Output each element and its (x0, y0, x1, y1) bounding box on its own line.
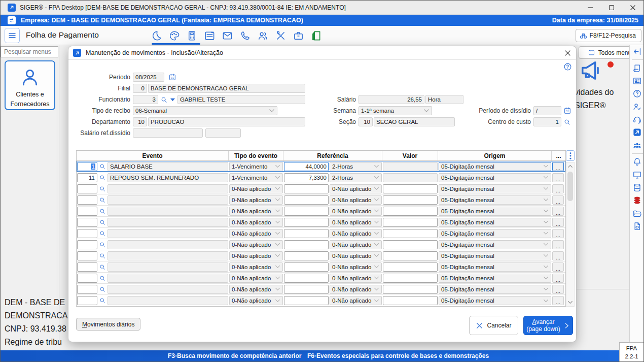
event-type-select[interactable]: 0-Não aplicado (229, 285, 283, 294)
person-check-icon[interactable] (632, 102, 642, 112)
value-field[interactable] (383, 274, 438, 283)
event-code-input[interactable] (77, 240, 97, 249)
search-icon[interactable] (98, 218, 106, 227)
reference-input[interactable]: 7,3300 (284, 173, 329, 182)
origin-select[interactable]: 05-Digitação mensal (439, 218, 551, 227)
reference-input[interactable]: 44,0000 (284, 162, 329, 171)
search-icon[interactable] (98, 262, 106, 272)
event-code-input[interactable]: 1 (77, 162, 97, 171)
coins-red-icon[interactable] (632, 195, 642, 205)
minimize-icon[interactable] (580, 1, 601, 14)
file-code-icon[interactable] (632, 221, 642, 231)
reference-unit-select[interactable]: 0-Não aplicado (330, 274, 382, 283)
search-icon[interactable] (98, 274, 106, 283)
tools-icon[interactable] (275, 30, 287, 42)
advance-button[interactable]: Avançar(page down) (523, 316, 573, 335)
search-input[interactable] (1, 46, 58, 57)
briefcase-icon[interactable] (293, 30, 304, 42)
event-type-select[interactable]: 0-Não aplicado (229, 207, 283, 216)
value-field[interactable] (383, 173, 438, 182)
event-type-select[interactable]: 0-Não aplicado (229, 296, 283, 305)
close-icon[interactable] (559, 47, 576, 59)
event-type-select[interactable]: 0-Não aplicado (229, 251, 283, 260)
external-link-icon[interactable] (632, 127, 642, 137)
scroll-down-icon[interactable] (566, 299, 574, 306)
more-button[interactable]: ... (552, 207, 564, 216)
newspaper-icon[interactable] (632, 76, 642, 86)
f8-search-button[interactable]: F8/F12-Pesquisa (576, 29, 641, 42)
help-icon[interactable] (632, 89, 642, 98)
value-field[interactable] (383, 240, 438, 249)
reference-unit-select[interactable]: 0-Não aplicado (330, 218, 382, 227)
more-button[interactable]: ... (552, 162, 564, 171)
origin-select[interactable]: 05-Digitação mensal (439, 195, 551, 205)
reference-unit-select[interactable]: 0-Não aplicado (330, 251, 382, 260)
value-field[interactable] (383, 251, 438, 260)
value-field[interactable] (383, 262, 438, 272)
reference-unit-select[interactable]: 0-Não aplicado (330, 285, 382, 294)
calculator-icon[interactable] (186, 30, 198, 42)
more-button[interactable]: ... (552, 229, 564, 238)
reference-unit-select[interactable]: 2-Horas (330, 162, 382, 171)
reference-input[interactable] (284, 195, 329, 205)
origin-select[interactable]: 05-Digitação mensal (439, 229, 551, 238)
search-icon[interactable] (563, 117, 571, 126)
people-group-icon[interactable] (632, 141, 642, 150)
more-button[interactable]: ... (552, 274, 564, 283)
origin-select[interactable]: 05-Digitação mensal (439, 285, 551, 294)
value-field[interactable] (383, 218, 438, 227)
reference-unit-select[interactable]: 0-Não aplicado (330, 184, 382, 193)
origin-select[interactable]: 05-Digitação mensal (439, 162, 551, 171)
more-button[interactable]: ... (552, 173, 564, 182)
search-icon[interactable] (98, 173, 106, 182)
sidebar-item-clientes-fornecedores[interactable]: Clientes e Fornecedores (5, 60, 55, 110)
reference-unit-select[interactable]: 0-Não aplicado (330, 207, 382, 216)
value-field[interactable] (383, 184, 438, 193)
maximize-icon[interactable] (601, 1, 622, 14)
reference-unit-select[interactable]: 0-Não aplicado (330, 195, 382, 205)
reference-unit-select[interactable]: 0-Não aplicado (330, 240, 382, 249)
event-code-input[interactable] (77, 251, 97, 260)
event-code-input[interactable] (77, 274, 97, 283)
event-type-select[interactable]: 0-Não aplicado (229, 184, 283, 193)
calendar-icon[interactable]: 31 (168, 73, 176, 82)
search-icon[interactable] (98, 184, 106, 193)
event-type-select[interactable]: 0-Não aplicado (229, 262, 283, 272)
more-button[interactable]: ... (552, 218, 564, 227)
value-field[interactable] (383, 296, 438, 305)
reference-input[interactable] (284, 251, 329, 260)
people-icon[interactable] (257, 30, 269, 42)
scrollbar-thumb[interactable] (567, 172, 573, 201)
more-button[interactable]: ... (552, 251, 564, 260)
origin-select[interactable]: 05-Digitação mensal (439, 262, 551, 272)
search-icon[interactable] (98, 162, 106, 171)
column-options-icon[interactable] (566, 150, 575, 161)
cancel-button[interactable]: Cancelar (469, 316, 518, 335)
event-code-input[interactable] (77, 184, 97, 193)
search-icon[interactable] (98, 251, 106, 260)
reference-input[interactable] (284, 229, 329, 238)
origin-select[interactable]: 05-Digitação mensal (439, 184, 551, 193)
search-icon[interactable] (98, 240, 106, 249)
event-type-select[interactable]: 0-Não aplicado (229, 274, 283, 283)
more-button[interactable]: ... (552, 240, 564, 249)
event-code-input[interactable] (77, 262, 97, 272)
headset-icon[interactable] (632, 115, 642, 124)
reference-input[interactable] (284, 240, 329, 249)
event-code-input[interactable] (77, 218, 97, 227)
semana-select[interactable]: 1-1ª semana (359, 106, 432, 115)
event-type-select[interactable]: 0-Não aplicado (229, 195, 283, 205)
event-code-input[interactable] (77, 195, 97, 205)
origin-select[interactable]: 05-Digitação mensal (439, 296, 551, 305)
chevron-down-icon[interactable] (169, 95, 176, 104)
search-icon[interactable] (160, 95, 168, 104)
folder-icon[interactable] (632, 209, 642, 218)
event-code-input[interactable] (77, 207, 97, 216)
tipo-recibo-select[interactable]: 06-Semanal (133, 106, 277, 115)
scroll-icon[interactable] (632, 63, 642, 73)
more-button[interactable]: ... (552, 296, 564, 305)
search-icon[interactable] (98, 229, 106, 238)
reference-input[interactable] (284, 184, 329, 193)
palette-icon[interactable] (168, 30, 180, 42)
value-field[interactable] (383, 229, 438, 238)
